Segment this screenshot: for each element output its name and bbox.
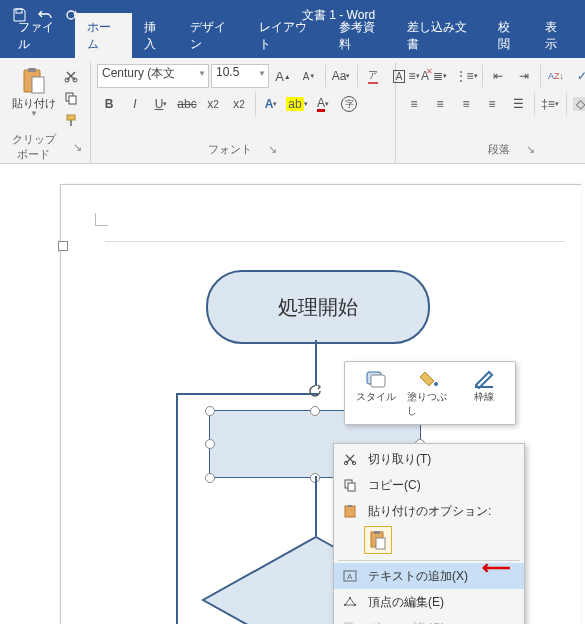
connector-line [176, 395, 178, 624]
selection-handle[interactable] [205, 406, 215, 416]
tab-file[interactable]: ファイル [6, 13, 75, 58]
ctx-cut-label: 切り取り(T) [368, 451, 431, 468]
shrink-font-icon[interactable]: A▼ [297, 64, 321, 88]
svg-rect-13 [371, 375, 385, 387]
outline-icon [473, 368, 495, 390]
align-left-icon[interactable]: ≡ [402, 92, 426, 116]
outline-label: 枠線 [474, 390, 494, 404]
align-center-icon[interactable]: ≡ [428, 92, 452, 116]
fill-icon [419, 368, 441, 390]
font-color-icon[interactable]: A▾ [311, 92, 335, 116]
svg-rect-28 [349, 597, 351, 599]
distribute-icon[interactable]: ☰ [506, 92, 530, 116]
svg-rect-29 [354, 604, 356, 606]
ctx-group-label: グループ化(G) [368, 620, 445, 625]
selection-handle[interactable] [205, 473, 215, 483]
svg-rect-8 [69, 96, 76, 104]
paste-button[interactable]: 貼り付け ▼ [10, 64, 58, 118]
group-font: Century (本文▼ 10.5▼ A▲ A▼ Aa▾ ア A A✕ B I … [91, 62, 396, 163]
copy-icon[interactable] [60, 88, 82, 108]
margin-guide [95, 213, 108, 226]
page: 処理開始 [60, 184, 581, 624]
tab-design[interactable]: デザイン [178, 13, 247, 58]
svg-rect-19 [348, 483, 355, 491]
highlight-icon[interactable]: ab▾ [285, 92, 309, 116]
svg-rect-27 [344, 604, 346, 606]
paste-label: 貼り付け [12, 98, 56, 109]
svg-rect-10 [70, 120, 72, 126]
context-menu: 切り取り(T) コピー(C) 貼り付けのオプション: A テキストの追加(X) [333, 443, 525, 624]
enclose-char-icon[interactable]: 字 [337, 92, 361, 116]
ribbon-tabs: ファイル ホーム 挿入 デザイン レイアウト 参考資料 差し込み文書 校閲 表示 [0, 30, 585, 58]
ribbon: 貼り付け ▼ クリップボード↘ Century (本文▼ 10.5▼ A▲ [0, 58, 585, 164]
shape-outline-button[interactable]: 枠線 [457, 366, 511, 420]
tab-review[interactable]: 校閲 [486, 13, 532, 58]
svg-rect-15 [475, 386, 493, 388]
font-size-select[interactable]: 10.5▼ [211, 64, 269, 88]
sort-icon[interactable]: AZ↓ [540, 64, 568, 88]
fill-label: 塗りつぶし [407, 390, 453, 418]
tab-view[interactable]: 表示 [533, 13, 579, 58]
show-marks-icon[interactable]: ✓ [570, 64, 585, 88]
canvas-handle[interactable] [105, 241, 565, 242]
selection-handle[interactable] [205, 439, 215, 449]
svg-rect-4 [32, 77, 44, 93]
decrease-indent-icon[interactable]: ⇤ [482, 64, 510, 88]
svg-point-14 [434, 382, 438, 386]
tab-mail[interactable]: 差し込み文書 [395, 13, 486, 58]
font-size-value: 10.5 [216, 65, 239, 79]
ctx-cut[interactable]: 切り取り(T) [334, 446, 524, 472]
paste-dropdown-icon[interactable]: ▼ [30, 109, 38, 118]
svg-rect-3 [28, 68, 36, 72]
font-popout-icon[interactable]: ↘ [268, 143, 277, 156]
mini-toolbar: スタイル 塗りつぶし 枠線 [344, 361, 516, 425]
italic-button[interactable]: I [123, 92, 147, 116]
tab-layout[interactable]: レイアウト [247, 13, 327, 58]
subscript-button[interactable]: x2 [201, 92, 225, 116]
line-spacing-icon[interactable]: ‡≡▾ [534, 92, 562, 116]
selection-handle[interactable] [310, 406, 320, 416]
shading-icon[interactable]: ◇▾ [566, 92, 585, 116]
shape-fill-button[interactable]: 塗りつぶし [403, 366, 457, 420]
ctx-copy[interactable]: コピー(C) [334, 472, 524, 498]
superscript-button[interactable]: x2 [227, 92, 251, 116]
tab-reference[interactable]: 参考資料 [327, 13, 396, 58]
svg-rect-23 [374, 531, 380, 534]
document-canvas[interactable]: 処理開始 [0, 164, 585, 624]
paragraph-popout-icon[interactable]: ↘ [526, 143, 535, 156]
strike-button[interactable]: abc [175, 92, 199, 116]
style-icon [365, 368, 387, 390]
rotate-handle[interactable] [308, 384, 320, 396]
connector-line [176, 393, 318, 395]
ctx-edit-points-label: 頂点の編集(E) [368, 594, 444, 611]
bold-button[interactable]: B [97, 92, 121, 116]
canvas-handle[interactable] [58, 241, 68, 251]
group-clipboard: 貼り付け ▼ クリップボード↘ [4, 62, 91, 163]
svg-text:A: A [347, 572, 353, 581]
paste-option-button[interactable] [364, 526, 392, 554]
grow-font-icon[interactable]: A▲ [271, 64, 295, 88]
text-effects-icon[interactable]: A▾ [255, 92, 283, 116]
ctx-add-text-label: テキストの追加(X) [368, 568, 468, 585]
shape-style-button[interactable]: スタイル [349, 366, 403, 420]
underline-button[interactable]: U▾ [149, 92, 173, 116]
tab-home[interactable]: ホーム [75, 13, 132, 58]
ruby-icon[interactable]: ア [357, 64, 385, 88]
multilevel-icon[interactable]: ⋮≡▾ [454, 64, 478, 88]
change-case-icon[interactable]: Aa▾ [325, 64, 353, 88]
connector-line [315, 476, 317, 536]
format-painter-icon[interactable] [60, 110, 82, 130]
flowchart-start-shape[interactable]: 処理開始 [206, 270, 430, 344]
increase-indent-icon[interactable]: ⇥ [512, 64, 536, 88]
font-name-value: Century (本文 [102, 66, 175, 80]
cut-icon[interactable] [60, 66, 82, 86]
ctx-edit-points[interactable]: 頂点の編集(E) [334, 589, 524, 615]
clipboard-popout-icon[interactable]: ↘ [73, 141, 82, 154]
font-name-select[interactable]: Century (本文▼ [97, 64, 209, 88]
align-right-icon[interactable]: ≡ [454, 92, 478, 116]
svg-rect-9 [67, 115, 75, 120]
add-text-icon: A [340, 569, 360, 583]
justify-icon[interactable]: ≡ [480, 92, 504, 116]
clipboard-group-label: クリップボード [10, 132, 57, 162]
tab-insert[interactable]: 挿入 [132, 13, 178, 58]
